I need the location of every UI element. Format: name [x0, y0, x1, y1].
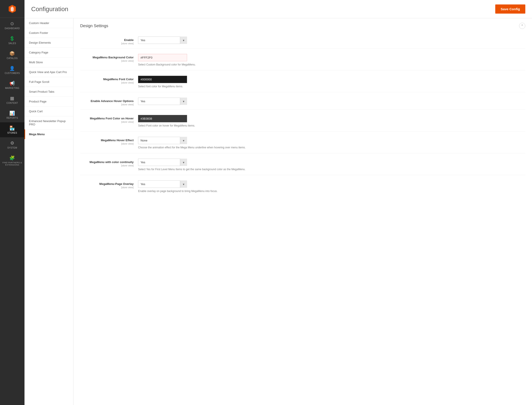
setting-scope-hover-font-color: [store view] — [80, 121, 134, 123]
dashboard-icon: ⊙ — [10, 21, 14, 26]
left-panel-item-category-page[interactable]: Category Page — [25, 48, 73, 57]
color-continuity-select[interactable]: Yes No — [138, 159, 187, 166]
sidebar-item-customers[interactable]: 👤 CUSTOMERS — [0, 63, 25, 78]
setting-label-advance-hover: Enable Advance Hover Options — [80, 99, 134, 103]
left-panel-item-mega-menu[interactable]: Mega Menu — [25, 129, 73, 139]
left-panel-item-product-page[interactable]: Product Page — [25, 97, 73, 107]
setting-row-color-continuity: MegaMenu with color continuity [store vi… — [80, 159, 525, 175]
page-title: Configuration — [31, 6, 68, 13]
hover-effect-select-wrapper: None Underline Background ▾ — [138, 137, 187, 144]
sidebar-label-find-partners: FIND PARTNERS & EXTENSIONS — [2, 162, 23, 166]
chevron-up-icon: ⌃ — [521, 24, 524, 28]
setting-desc-font-color: Select font color for MegaMenu items. — [138, 84, 525, 88]
setting-row-page-overlay: MegaMenu-Page Overlay [store view] Yes N… — [80, 181, 525, 197]
color-continuity-select-wrapper: Yes No ▾ — [138, 159, 187, 166]
sidebar-item-catalog[interactable]: 📦 CATALOG — [0, 48, 25, 63]
system-icon: ⚙ — [10, 140, 14, 146]
left-panel-item-quick-cart[interactable]: Quick Cart — [25, 107, 73, 116]
left-panel-item-full-page-scroll[interactable]: Full Page Scroll — [25, 77, 73, 87]
page-overlay-select-wrapper: Yes No ▾ — [138, 181, 187, 188]
left-panel-item-custom-footer[interactable]: Custom Footer — [25, 28, 73, 38]
svg-marker-4 — [13, 7, 14, 11]
sidebar-label-catalog: CATALOG — [7, 57, 18, 60]
catalog-icon: 📦 — [9, 51, 15, 56]
left-panel-item-smart-product-tabs[interactable]: Smart Product Tabs — [25, 87, 73, 97]
reports-icon: 📊 — [9, 110, 15, 116]
setting-scope-page-overlay: [store view] — [80, 186, 134, 189]
page-header: Configuration Save Config — [25, 0, 532, 18]
sidebar-label-system: SYSTEM — [7, 147, 17, 149]
left-panel-item-quick-view[interactable]: Quick View and Ajax Cart Pro — [25, 67, 73, 77]
sidebar-item-dashboard[interactable]: ⊙ DASHBOARD — [0, 18, 25, 33]
main-content: Configuration Save Config Custom Header … — [25, 0, 532, 405]
sidebar-label-customers: CUSTOMERS — [5, 72, 20, 74]
sidebar-logo — [0, 0, 25, 18]
sidebar-label-content: CONTENT — [7, 102, 18, 104]
sidebar-item-sales[interactable]: 💲 SALES — [0, 33, 25, 48]
enable-select-wrapper: Yes No ▾ — [138, 37, 187, 44]
sidebar: ⊙ DASHBOARD 💲 SALES 📦 CATALOG 👤 CUSTOMER… — [0, 0, 25, 405]
setting-label-hover-effect: MegaMenu Hover Effect — [80, 139, 134, 142]
setting-scope-enable: [store view] — [80, 42, 134, 45]
settings-panel: Design Settings ⌃ Enable [store view] — [73, 18, 532, 405]
setting-label-hover-font-color: MegaMenu Font Color on Hover — [80, 117, 134, 120]
setting-scope-color-continuity: [store view] — [80, 164, 134, 167]
setting-label-color-continuity: MegaMenu with color continuity — [80, 160, 134, 164]
sidebar-item-find-partners[interactable]: 🧩 FIND PARTNERS & EXTENSIONS — [0, 152, 25, 169]
font-color-input[interactable] — [138, 76, 187, 83]
sidebar-item-reports[interactable]: 📊 REPORTS — [0, 107, 25, 122]
sidebar-item-system[interactable]: ⚙ SYSTEM — [0, 137, 25, 152]
setting-scope-font-color: [store view] — [80, 81, 134, 84]
sidebar-item-content[interactable]: ▦ CONTENT — [0, 92, 25, 107]
sidebar-label-sales: SALES — [8, 42, 16, 45]
setting-label-page-overlay: MegaMenu-Page Overlay — [80, 182, 134, 186]
setting-row-advance-hover: Enable Advance Hover Options [store view… — [80, 98, 525, 110]
hover-effect-select[interactable]: None Underline Background — [138, 137, 187, 144]
setting-label-bg-color: MegaMenu Background Color — [80, 56, 134, 59]
settings-table: Enable [store view] Yes No ▾ — [80, 37, 525, 197]
marketing-icon: 📢 — [9, 81, 15, 86]
save-config-button[interactable]: Save Config — [495, 4, 525, 14]
setting-scope-bg-color: [store view] — [80, 60, 134, 62]
sidebar-item-stores[interactable]: 🏪 STORES — [0, 122, 25, 137]
left-nav-panel: Custom Header Custom Footer Design Eleme… — [25, 18, 73, 405]
left-panel-item-enhanced-newsletter[interactable]: Enhanced Newsletter Popup PRO — [25, 116, 73, 129]
svg-marker-3 — [10, 7, 11, 11]
advance-hover-select-wrapper: Yes No ▾ — [138, 98, 187, 105]
setting-row-bg-color: MegaMenu Background Color [store view] S… — [80, 54, 525, 70]
sidebar-label-dashboard: DASHBOARD — [5, 27, 20, 30]
setting-label-font-color: MegaMenu Font Color — [80, 78, 134, 81]
setting-row-hover-effect: MegaMenu Hover Effect [store view] None … — [80, 137, 525, 153]
enable-select[interactable]: Yes No — [138, 37, 187, 44]
setting-desc-page-overlay: Enable overlay on page background to bri… — [138, 189, 525, 193]
content-icon: ▦ — [10, 95, 14, 101]
extensions-icon: 🧩 — [9, 155, 15, 161]
sales-icon: 💲 — [9, 36, 15, 41]
sidebar-label-reports: REPORTS — [7, 117, 18, 119]
bg-color-input[interactable] — [138, 54, 187, 61]
setting-desc-bg-color: Select Custom Background color for MegaM… — [138, 63, 525, 67]
left-panel-item-multi-store[interactable]: Multi Store — [25, 57, 73, 67]
setting-row-enable: Enable [store view] Yes No ▾ — [80, 37, 525, 48]
setting-desc-hover-effect: Choose the animation effect for the Mega… — [138, 145, 525, 149]
setting-row-font-color: MegaMenu Font Color [store view] Select … — [80, 76, 525, 92]
left-panel-item-custom-header[interactable]: Custom Header — [25, 18, 73, 28]
setting-desc-hover-font-color: Select Font color on hover for MegaMenu … — [138, 124, 525, 128]
sidebar-item-marketing[interactable]: 📢 MARKETING — [0, 78, 25, 92]
setting-label-enable: Enable — [80, 38, 134, 42]
section-header: Design Settings ⌃ — [80, 23, 525, 31]
page-overlay-select[interactable]: Yes No — [138, 181, 187, 188]
setting-scope-advance-hover: [store view] — [80, 103, 134, 106]
collapse-button[interactable]: ⌃ — [519, 23, 525, 29]
setting-scope-hover-effect: [store view] — [80, 142, 134, 145]
section-title: Design Settings — [80, 24, 108, 28]
setting-desc-color-continuity: Select Yes for First Level Menu Items to… — [138, 167, 525, 171]
advance-hover-select[interactable]: Yes No — [138, 98, 187, 105]
sidebar-label-marketing: MARKETING — [5, 87, 19, 89]
setting-row-hover-font-color: MegaMenu Font Color on Hover [store view… — [80, 115, 525, 131]
content-area: Custom Header Custom Footer Design Eleme… — [25, 18, 532, 405]
sidebar-label-stores: STORES — [7, 132, 17, 134]
left-panel-item-design-elements[interactable]: Design Elements — [25, 38, 73, 48]
hover-font-color-input[interactable] — [138, 115, 187, 122]
app-container: ⊙ DASHBOARD 💲 SALES 📦 CATALOG 👤 CUSTOMER… — [0, 0, 532, 405]
